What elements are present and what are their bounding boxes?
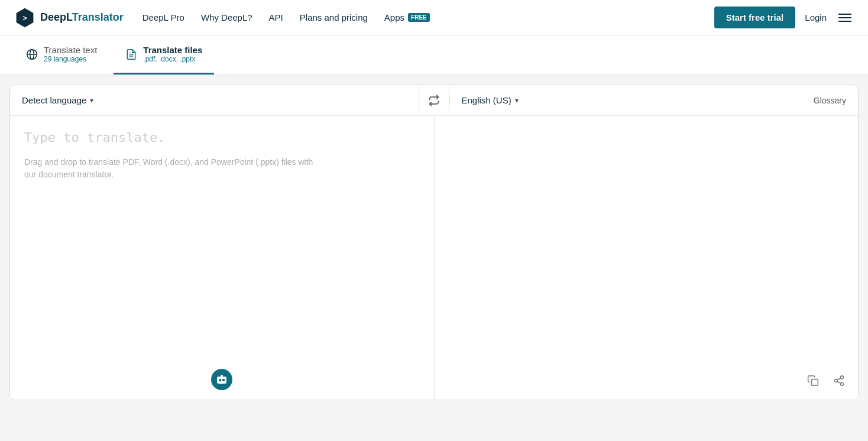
- tab-translate-text[interactable]: Translate text 29 languages: [14, 35, 109, 74]
- logo-icon: >: [14, 7, 35, 28]
- tabs-bar: Translate text 29 languages Translate fi…: [0, 35, 868, 75]
- tab-text-sub: 29 languages: [44, 55, 97, 63]
- panel-actions: [804, 371, 848, 390]
- translator-container: Detect language ▾ English (US) ▾ Glossar…: [9, 85, 859, 400]
- nav-plans-pricing[interactable]: Plans and pricing: [300, 12, 368, 22]
- logo-name-sub: Translator: [72, 11, 124, 23]
- nav-deepl-pro[interactable]: DeepL Pro: [142, 12, 184, 22]
- nav-apps-label: Apps: [384, 12, 404, 22]
- tab-text-label: Translate text: [44, 45, 97, 55]
- svg-rect-9: [219, 379, 221, 381]
- target-language-selector[interactable]: English (US) ▾: [462, 95, 519, 105]
- tab-files-sub: .pdf, .docx, .pptx: [143, 55, 202, 63]
- nav-apps[interactable]: Apps FREE: [384, 12, 430, 22]
- file-icon: [125, 48, 137, 60]
- svg-point-15: [835, 380, 838, 382]
- svg-rect-10: [222, 379, 225, 381]
- nav-why-deepl[interactable]: Why DeepL?: [201, 12, 252, 22]
- login-link[interactable]: Login: [805, 12, 827, 22]
- svg-point-14: [841, 376, 844, 379]
- nav-api[interactable]: API: [269, 12, 283, 22]
- swap-icon: [428, 95, 440, 106]
- copy-icon: [807, 375, 819, 387]
- copy-button[interactable]: [804, 371, 822, 390]
- free-badge: FREE: [408, 13, 430, 22]
- target-panel: [435, 116, 859, 400]
- language-bar: Detect language ▾ English (US) ▾ Glossar…: [10, 85, 858, 116]
- source-panel: Drag and drop to translate PDF, Word (.d…: [10, 116, 435, 400]
- nav-actions: Start free trial Login: [714, 7, 854, 28]
- svg-line-18: [837, 378, 841, 380]
- deepl-robot-icon: [211, 369, 232, 390]
- swap-languages-button[interactable]: [419, 85, 449, 115]
- svg-rect-8: [217, 377, 226, 384]
- svg-point-16: [841, 382, 844, 385]
- tab-translate-files[interactable]: Translate files .pdf, .docx, .pptx: [114, 35, 214, 74]
- target-chevron-icon: ▾: [515, 96, 519, 105]
- source-language-selector[interactable]: Detect language ▾: [10, 95, 419, 105]
- target-language-area: English (US) ▾ Glossary: [449, 95, 859, 105]
- source-language-label: Detect language: [22, 95, 86, 105]
- tab-files-label: Translate files: [143, 45, 202, 55]
- svg-text:>: >: [22, 14, 27, 22]
- share-icon: [833, 375, 845, 387]
- logo-name-main: DeepL: [40, 11, 72, 23]
- translation-panels: Drag and drop to translate PDF, Word (.d…: [10, 116, 858, 400]
- svg-rect-13: [812, 380, 818, 386]
- logo[interactable]: > DeepLTranslator: [14, 7, 124, 28]
- hamburger-menu[interactable]: [836, 11, 854, 24]
- svg-line-17: [837, 381, 841, 383]
- nav-links: DeepL Pro Why DeepL? API Plans and prici…: [142, 12, 695, 22]
- glossary-button[interactable]: Glossary: [814, 96, 846, 105]
- navbar: > DeepLTranslator DeepL Pro Why DeepL? A…: [0, 0, 868, 35]
- source-chevron-icon: ▾: [90, 96, 93, 105]
- target-language-label: English (US): [462, 95, 511, 105]
- share-button[interactable]: [830, 371, 848, 390]
- start-trial-button[interactable]: Start free trial: [714, 7, 796, 28]
- globe-icon: [26, 48, 38, 60]
- source-text-input[interactable]: [10, 116, 434, 400]
